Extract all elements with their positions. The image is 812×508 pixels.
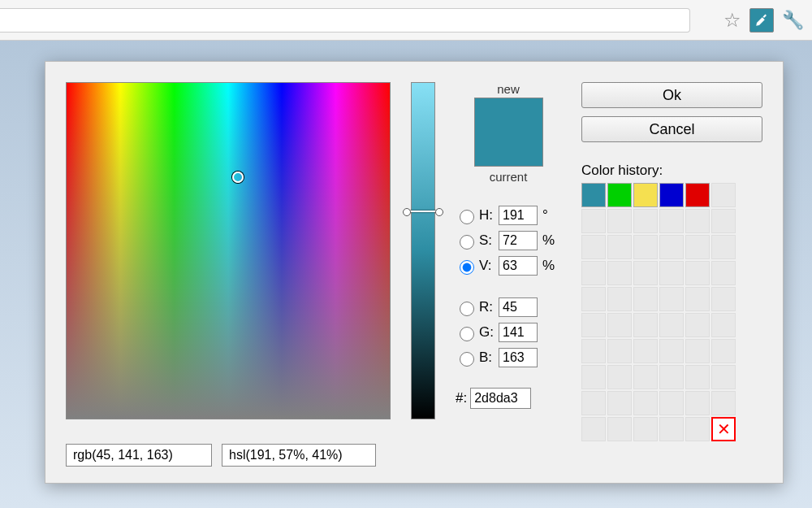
v-radio[interactable] <box>460 260 474 275</box>
preview-column: new current H: ° S: % V: <box>456 82 561 441</box>
g-input[interactable] <box>499 323 538 342</box>
history-empty-cell[interactable] <box>633 313 658 337</box>
cancel-button[interactable]: Cancel <box>581 116 762 142</box>
h-input[interactable] <box>499 206 538 225</box>
history-empty-cell[interactable] <box>711 339 736 363</box>
history-empty-cell[interactable] <box>633 339 658 363</box>
history-empty-cell[interactable] <box>581 313 606 337</box>
history-empty-cell[interactable] <box>711 261 736 285</box>
history-empty-cell[interactable] <box>685 313 710 337</box>
rgb-output[interactable] <box>66 444 212 467</box>
history-empty-cell[interactable] <box>633 417 658 441</box>
history-empty-cell[interactable] <box>581 261 606 285</box>
history-empty-cell[interactable] <box>711 209 736 233</box>
percent-unit-s: % <box>542 232 555 249</box>
percent-unit-v: % <box>542 258 555 274</box>
g-label: G: <box>479 324 499 341</box>
history-empty-cell[interactable] <box>659 365 684 389</box>
h-row: H: ° <box>456 206 561 225</box>
b-radio[interactable] <box>460 352 474 367</box>
history-empty-cell[interactable] <box>607 391 632 415</box>
hex-input[interactable] <box>470 388 531 409</box>
history-empty-cell[interactable] <box>581 417 606 441</box>
history-empty-cell[interactable] <box>607 417 632 441</box>
history-empty-cell[interactable] <box>685 417 710 441</box>
value-strip-slider[interactable] <box>406 211 440 212</box>
value-strip[interactable] <box>411 82 435 419</box>
history-empty-cell[interactable] <box>607 365 632 389</box>
history-empty-cell[interactable] <box>607 287 632 311</box>
r-label: R: <box>479 299 499 315</box>
history-empty-cell[interactable] <box>581 339 606 363</box>
history-empty-cell[interactable] <box>711 183 736 207</box>
b-input[interactable] <box>499 348 538 367</box>
color-field-cursor[interactable] <box>232 172 244 183</box>
v-label: V: <box>479 258 499 274</box>
history-empty-cell[interactable] <box>633 261 658 285</box>
history-empty-cell[interactable] <box>685 209 710 233</box>
s-radio[interactable] <box>460 235 474 250</box>
history-empty-cell[interactable] <box>659 391 684 415</box>
history-empty-cell[interactable] <box>581 391 606 415</box>
history-empty-cell[interactable] <box>581 287 606 311</box>
history-empty-cell[interactable] <box>633 209 658 233</box>
history-empty-cell[interactable] <box>711 313 736 337</box>
s-input[interactable] <box>499 231 538 250</box>
wrench-icon[interactable]: 🔧 <box>782 10 804 31</box>
ok-button[interactable]: Ok <box>581 82 762 108</box>
history-empty-cell[interactable] <box>711 287 736 311</box>
color-field[interactable] <box>66 82 391 419</box>
history-swatch[interactable] <box>685 183 710 207</box>
history-empty-cell[interactable] <box>607 261 632 285</box>
history-label: Color history: <box>581 163 762 179</box>
r-radio[interactable] <box>460 302 474 316</box>
history-empty-cell[interactable] <box>659 209 684 233</box>
history-empty-cell[interactable] <box>581 235 606 259</box>
history-empty-cell[interactable] <box>659 287 684 311</box>
bookmark-star-icon[interactable]: ☆ <box>723 9 741 32</box>
history-empty-cell[interactable] <box>659 261 684 285</box>
eyedropper-extension-icon[interactable] <box>749 8 774 33</box>
history-empty-cell[interactable] <box>685 391 710 415</box>
new-color-swatch <box>474 98 543 167</box>
b-label: B: <box>479 350 499 366</box>
history-empty-cell[interactable] <box>659 417 684 441</box>
history-clear-button[interactable]: ✕ <box>711 417 736 441</box>
v-row: V: % <box>456 256 561 276</box>
g-row: G: <box>456 323 561 342</box>
history-empty-cell[interactable] <box>633 391 658 415</box>
h-radio[interactable] <box>460 210 474 224</box>
s-label: S: <box>479 232 499 249</box>
history-empty-cell[interactable] <box>685 261 710 285</box>
history-empty-cell[interactable] <box>607 313 632 337</box>
history-empty-cell[interactable] <box>685 365 710 389</box>
history-empty-cell[interactable] <box>711 365 736 389</box>
history-empty-cell[interactable] <box>607 235 632 259</box>
history-swatch[interactable] <box>581 183 606 207</box>
history-empty-cell[interactable] <box>581 365 606 389</box>
history-empty-cell[interactable] <box>711 391 736 415</box>
history-empty-cell[interactable] <box>607 339 632 363</box>
history-empty-cell[interactable] <box>607 209 632 233</box>
hsl-output[interactable] <box>222 444 376 467</box>
new-label: new <box>497 82 520 96</box>
history-empty-cell[interactable] <box>581 209 606 233</box>
history-empty-cell[interactable] <box>711 235 736 259</box>
history-empty-cell[interactable] <box>659 235 684 259</box>
history-empty-cell[interactable] <box>633 235 658 259</box>
history-swatch[interactable] <box>607 183 632 207</box>
history-swatch[interactable] <box>633 183 658 207</box>
r-input[interactable] <box>499 297 538 317</box>
v-input[interactable] <box>499 256 538 276</box>
current-label: current <box>490 170 528 184</box>
history-empty-cell[interactable] <box>633 287 658 311</box>
history-empty-cell[interactable] <box>685 339 710 363</box>
url-bar[interactable] <box>0 8 690 33</box>
history-empty-cell[interactable] <box>659 313 684 337</box>
history-empty-cell[interactable] <box>633 365 658 389</box>
history-swatch[interactable] <box>659 183 684 207</box>
history-empty-cell[interactable] <box>685 287 710 311</box>
history-empty-cell[interactable] <box>659 339 684 363</box>
history-empty-cell[interactable] <box>685 235 710 259</box>
g-radio[interactable] <box>460 327 474 341</box>
